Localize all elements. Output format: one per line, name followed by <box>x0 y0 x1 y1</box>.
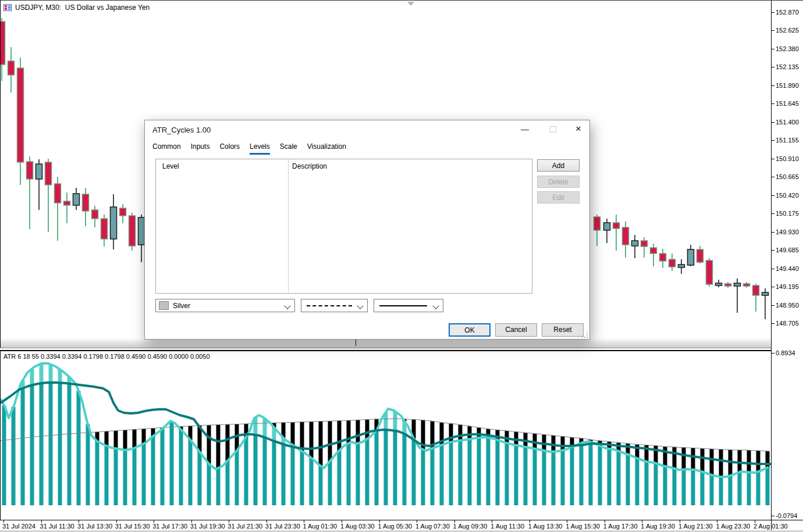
time-label: 31 Jul 2024 <box>2 523 35 530</box>
price-label: 151.890 <box>776 82 799 89</box>
tab-inputs[interactable]: Inputs <box>191 141 210 155</box>
price-tick <box>772 103 774 104</box>
time-label: 31 Jul 11:30 <box>40 523 74 530</box>
time-label: 1 Aug 13:30 <box>528 523 563 530</box>
time-label: 1 Aug 05:30 <box>378 523 413 530</box>
close-icon[interactable]: ✕ <box>570 120 587 138</box>
price-tick <box>772 122 774 123</box>
price-tick <box>772 85 774 86</box>
price-label: 150.665 <box>776 173 799 180</box>
window-splitter[interactable] <box>0 338 771 348</box>
price-label: 148.705 <box>776 320 799 327</box>
chevron-down-icon <box>284 302 290 309</box>
color-swatch <box>159 301 169 310</box>
dialog-tabs: CommonInputsColorsLevelsScaleVisualizati… <box>152 141 346 155</box>
price-label: 149.930 <box>776 228 799 235</box>
price-tick <box>772 49 774 49</box>
time-label: 1 Aug 01:30 <box>303 523 337 530</box>
time-label: 31 Jul 21:30 <box>228 523 262 530</box>
chart-window: USDJPY, M30: US Dollar vs Japanese Yen A… <box>0 0 803 532</box>
price-label: 150.420 <box>776 192 799 199</box>
price-tick <box>772 323 774 324</box>
minimize-icon[interactable]: — <box>516 120 534 138</box>
price-tick <box>772 305 774 306</box>
price-label: 152.135 <box>776 63 799 70</box>
price-label: 151.645 <box>776 100 799 107</box>
price-tick <box>772 140 774 141</box>
column-separator[interactable] <box>288 159 289 293</box>
time-label: 31 Jul 19:30 <box>190 523 225 530</box>
tab-common[interactable]: Common <box>152 141 181 155</box>
time-label: 1 Aug 07:30 <box>415 523 450 530</box>
time-label: 1 Aug 19:30 <box>641 523 675 530</box>
tab-scale[interactable]: Scale <box>280 141 297 155</box>
time-label: 31 Jul 17:30 <box>152 523 187 530</box>
price-tick <box>772 250 774 251</box>
price-label: 152.380 <box>776 45 799 52</box>
maximize-icon <box>544 120 562 138</box>
levels-list[interactable]: Level Description <box>155 159 532 294</box>
price-label: 149.685 <box>776 247 799 253</box>
price-label: 151.155 <box>776 137 799 144</box>
solid-line-preview <box>379 305 427 306</box>
price-tick <box>772 213 774 214</box>
price-label: 150.175 <box>776 210 799 217</box>
indicator-scale-label: 0.8934 <box>776 349 795 356</box>
ok-button[interactable]: OK <box>449 323 491 337</box>
price-label: 152.870 <box>776 9 799 16</box>
indicator-label: ATR 6 18 55 0.3394 0.3394 0.1798 0.1798 … <box>3 353 210 360</box>
price-tick <box>772 287 774 287</box>
price-label: 149.440 <box>776 265 799 272</box>
time-axis[interactable]: 31 Jul 202431 Jul 11:3031 Jul 13:3031 Ju… <box>0 520 803 530</box>
level-width-select[interactable] <box>374 299 443 312</box>
delete-button: Delete <box>537 176 580 188</box>
tab-colors[interactable]: Colors <box>219 141 240 155</box>
price-tick <box>772 67 774 67</box>
price-label: 152.625 <box>776 27 799 34</box>
dialog-title: ATR_Cycles 1.00 <box>152 126 211 134</box>
reset-button[interactable]: Reset <box>542 323 584 337</box>
tab-visualization[interactable]: Visualization <box>307 141 346 155</box>
price-tick <box>772 159 774 159</box>
price-tick <box>772 30 774 31</box>
splitter-tick <box>356 339 356 346</box>
add-button[interactable]: Add <box>537 159 580 172</box>
column-header-level[interactable]: Level <box>162 162 179 170</box>
level-color-select[interactable]: Silver <box>155 299 295 312</box>
price-axis[interactable]: 152.870152.625152.380152.135151.890151.6… <box>771 1 803 530</box>
edit-button: Edit <box>537 191 580 203</box>
time-label: 31 Jul 15:30 <box>115 523 150 530</box>
chevron-down-icon <box>357 302 363 309</box>
price-tick <box>772 232 774 233</box>
chart-title: USDJPY, M30: US Dollar vs Japanese Yen <box>15 3 150 12</box>
scroll-to-end-icon[interactable] <box>407 2 414 6</box>
price-label: 148.950 <box>776 302 799 309</box>
price-tick <box>772 12 774 13</box>
time-label: 1 Aug 17:30 <box>603 523 638 530</box>
chevron-down-icon <box>432 302 439 309</box>
time-label: 1 Aug 03:30 <box>340 523 375 530</box>
column-header-description[interactable]: Description <box>292 162 327 170</box>
indicator-properties-dialog: ATR_Cycles 1.00 — ✕ CommonInputsColorsLe… <box>144 120 590 340</box>
dashed-line-preview <box>307 305 352 306</box>
resize-grip[interactable] <box>581 331 588 338</box>
price-label: 151.400 <box>776 119 799 126</box>
chart-icon <box>3 4 12 11</box>
indicator-panel: ATR 6 18 55 0.3394 0.3394 0.1798 0.1798 … <box>0 351 771 520</box>
time-label: 1 Aug 15:30 <box>566 523 600 530</box>
tab-levels[interactable]: Levels <box>250 141 270 155</box>
indicator-scale-tick <box>772 353 774 354</box>
time-label: 31 Jul 23:30 <box>265 523 300 530</box>
time-label: 1 Aug 21:30 <box>678 523 713 530</box>
price-label: 149.195 <box>776 283 799 290</box>
atr-indicator-chart[interactable] <box>1 351 772 520</box>
cancel-button[interactable]: Cancel <box>495 323 537 337</box>
level-style-select[interactable] <box>301 299 368 312</box>
time-label: 2 Aug 01:30 <box>754 523 788 530</box>
time-label: 1 Aug 23:30 <box>716 523 750 530</box>
chart-title-bar: USDJPY, M30: US Dollar vs Japanese Yen <box>3 3 150 12</box>
price-tick <box>772 269 774 269</box>
price-tick <box>772 195 774 196</box>
color-value: Silver <box>173 302 190 310</box>
time-label: 1 Aug 11:30 <box>491 523 524 530</box>
